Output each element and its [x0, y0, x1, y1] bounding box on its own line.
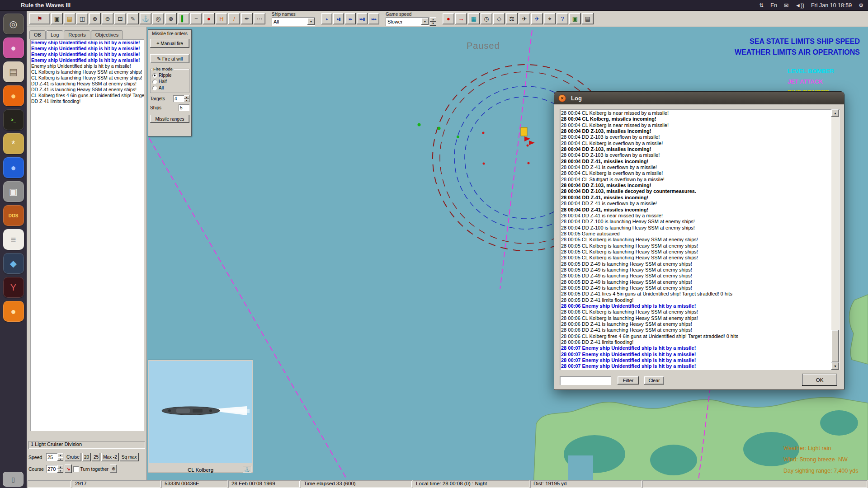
green-marker-button[interactable]: ▍: [178, 13, 189, 24]
filter-button[interactable]: Filter: [618, 376, 639, 385]
speed-sq-max-button[interactable]: Sq max: [120, 453, 139, 461]
friendly-contact-dot[interactable]: [418, 123, 421, 127]
spin-down-icon[interactable]: ▼: [184, 99, 189, 103]
signals-button[interactable]: ⚖: [506, 13, 518, 24]
spin-down-icon[interactable]: ▼: [57, 469, 63, 473]
filter-input[interactable]: [560, 376, 611, 385]
sighting-report-button[interactable]: ◫: [76, 13, 88, 24]
sidebar-log-list[interactable]: Enemy ship Unidentified ship is hit by a…: [30, 39, 144, 431]
time-step-2-button[interactable]: ▸▮: [333, 13, 344, 24]
remmina-icon[interactable]: ▣: [3, 181, 24, 202]
session-gear-icon[interactable]: ⚙: [859, 2, 863, 9]
manual-fire-button[interactable]: ⌖ Manual fire: [150, 39, 189, 48]
zoom-select-button[interactable]: ⊡: [114, 13, 126, 24]
fleet-flag-button[interactable]: ⚑: [29, 13, 50, 24]
tab-ob[interactable]: OB: [29, 30, 46, 39]
record-button[interactable]: ●: [203, 13, 215, 24]
stopwatch-button[interactable]: ◷: [481, 13, 492, 24]
friendly-contact-dot[interactable]: [457, 136, 459, 138]
formation-button[interactable]: ◇: [493, 13, 505, 24]
media-app-icon[interactable]: *: [3, 133, 24, 154]
missile-ranges-button[interactable]: Missile ranges: [150, 115, 189, 123]
spin-up-icon[interactable]: ▲: [57, 453, 63, 457]
mail-icon[interactable]: ✉: [784, 2, 788, 9]
tab-log[interactable]: Log: [46, 30, 63, 39]
sea-chart-button[interactable]: ▦: [468, 13, 480, 24]
dosbox-icon[interactable]: DOS: [3, 205, 24, 226]
firefox-icon[interactable]: ●: [3, 85, 24, 106]
spin-up-icon[interactable]: ▲: [430, 17, 436, 22]
minus-button[interactable]: −: [190, 13, 202, 24]
spin-down-icon[interactable]: ▼: [57, 457, 63, 461]
hold-fire-button[interactable]: H: [216, 13, 227, 24]
volume-icon[interactable]: ◄)): [795, 2, 804, 9]
screenshot-button[interactable]: ▣: [569, 13, 581, 24]
wine-icon[interactable]: Y: [3, 277, 24, 298]
bearing-line-button[interactable]: /: [228, 13, 240, 24]
fire-mode-ripple[interactable]: Ripple: [152, 73, 187, 78]
fire-mode-all[interactable]: All: [152, 85, 187, 90]
scroll-down-icon[interactable]: ▼: [831, 362, 839, 370]
more-tools-button[interactable]: ⋯: [254, 13, 265, 24]
log-window[interactable]: × Log 28 00:04 CL Kolberg is near missed…: [554, 91, 844, 390]
targets-stepper[interactable]: 4 ▲ ▼: [173, 95, 189, 102]
speed-stepper[interactable]: 25 ▲ ▼: [46, 453, 63, 461]
software-center-icon[interactable]: ●: [3, 38, 24, 58]
selected-ship-marker[interactable]: [521, 127, 527, 136]
text-editor-icon[interactable]: ≡: [3, 229, 24, 250]
air-strike-button[interactable]: ✈: [531, 13, 543, 24]
keyboard-indicator[interactable]: En: [770, 2, 777, 9]
time-step-3-button[interactable]: ▸▸: [345, 13, 356, 24]
zoom-in-button[interactable]: ⊕: [89, 13, 101, 24]
print-button[interactable]: ▤: [582, 13, 594, 24]
tab-objectives[interactable]: Objectives: [91, 30, 123, 39]
compass-button[interactable]: ⊕: [110, 465, 117, 473]
browser-icon[interactable]: ●: [3, 301, 24, 322]
save-button[interactable]: ▣: [51, 13, 63, 24]
log-window-titlebar[interactable]: × Log: [554, 92, 844, 104]
course-stepper[interactable]: 270 ▲ ▼: [46, 465, 63, 473]
range-rings-button[interactable]: ◎: [152, 13, 164, 24]
pen-button[interactable]: ✒: [241, 13, 253, 24]
pointer-button[interactable]: ⌖: [544, 13, 556, 24]
network-icon[interactable]: ⇅: [759, 2, 764, 9]
air-ops-button[interactable]: ✈: [519, 13, 530, 24]
scroll-track[interactable]: [831, 117, 839, 362]
tab-reports[interactable]: Reports: [64, 30, 90, 39]
speed-cruise-button[interactable]: Cruise: [65, 453, 81, 461]
zoom-out-button[interactable]: ⊖: [102, 13, 113, 24]
spin-down-icon[interactable]: ▼: [430, 22, 436, 26]
set-course-button[interactable]: ↘: [65, 465, 72, 473]
files-icon[interactable]: ▤: [3, 61, 24, 82]
turn-together-checkbox[interactable]: [73, 466, 79, 472]
notes-button[interactable]: ▤: [64, 13, 75, 24]
time-step-1-button[interactable]: ▸: [321, 13, 332, 24]
anchor-button[interactable]: ⚓: [140, 13, 151, 24]
spin-up-icon[interactable]: ▲: [57, 465, 63, 469]
time-step-5-button[interactable]: ▸▸▸: [368, 13, 379, 24]
anchor-icon[interactable]: ⚓: [243, 466, 251, 473]
passwords-keys-icon[interactable]: ●: [3, 157, 24, 178]
friendly-contact-dot[interactable]: [438, 127, 441, 130]
fire-at-will-button[interactable]: ✎ Fire at will: [150, 54, 189, 63]
terminal-icon[interactable]: >_: [3, 109, 24, 130]
trash-icon[interactable]: ▯: [3, 472, 24, 487]
clear-button[interactable]: Clear: [644, 376, 664, 385]
game-speed-spinner[interactable]: ▲ ▼: [430, 17, 436, 26]
ok-button[interactable]: OK: [802, 374, 837, 386]
speed-max-2-button[interactable]: Max -2: [101, 453, 119, 461]
scroll-thumb[interactable]: [831, 330, 839, 362]
time-step-4-button[interactable]: ▸▸▮: [357, 13, 368, 24]
virtualbox-icon[interactable]: ◆: [3, 253, 24, 274]
speed-20-button[interactable]: 20: [82, 453, 91, 461]
spin-up-icon[interactable]: ▲: [184, 95, 189, 99]
advance-turn-button[interactable]: →: [455, 13, 467, 24]
dash-icon[interactable]: ◎: [3, 14, 24, 34]
log-list[interactable]: 28 00:04 CL Kolberg is near missed by a …: [560, 109, 840, 370]
fire-mode-half[interactable]: Half: [152, 79, 187, 84]
detection-rings-button[interactable]: ⊚: [165, 13, 177, 24]
log-scrollbar[interactable]: ▲ ▼: [831, 109, 839, 370]
speed-25-button[interactable]: 25: [92, 453, 100, 461]
close-icon[interactable]: ×: [558, 94, 566, 102]
ship-names-select[interactable]: All ▼: [272, 17, 315, 26]
